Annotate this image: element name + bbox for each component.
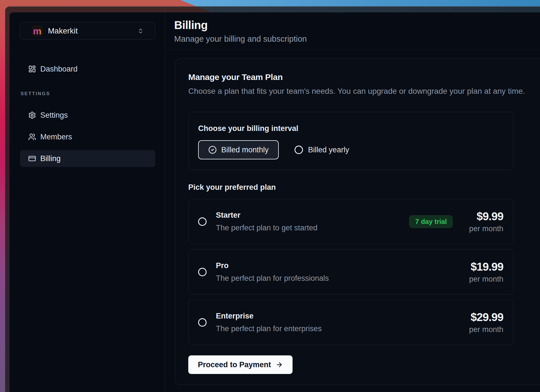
plan-description: The perfect plan for enterprises — [216, 324, 322, 333]
plan-description: The perfect plan to get started — [216, 223, 317, 232]
trial-badge: 7 day trial — [409, 215, 453, 228]
page-content: Manage your Team Plan Choose a plan that… — [165, 50, 540, 385]
plan-price: $9.99 — [477, 210, 503, 222]
plan-description: The perfect plan for professionals — [216, 274, 329, 283]
plan-name: Enterprise — [216, 311, 322, 320]
plan-price: $29.99 — [471, 311, 503, 323]
sidebar-item-members[interactable]: Members — [20, 128, 155, 145]
card-title: Manage your Team Plan — [188, 73, 540, 82]
check-circle-icon — [208, 146, 217, 154]
sidebar-item-billing[interactable]: Billing — [20, 150, 155, 167]
price-block: $9.99 per month — [469, 210, 503, 233]
sidebar-item-label: Dashboard — [40, 65, 78, 74]
proceed-to-payment-label: Proceed to Payment — [198, 360, 271, 369]
plan-price: $19.99 — [471, 260, 503, 273]
plan-row-pro[interactable]: Pro The perfect plan for professionals $… — [188, 249, 514, 295]
makerkit-logo: m — [32, 25, 43, 37]
plan-radio[interactable] — [198, 268, 207, 276]
team-plan-card: Manage your Team Plan Choose a plan that… — [175, 58, 540, 385]
credit-card-icon — [28, 155, 36, 162]
billing-interval-label: Choose your billing interval — [198, 124, 504, 133]
plan-period: per month — [469, 224, 503, 233]
sidebar-item-settings[interactable]: Settings — [20, 107, 155, 124]
main-area: Billing Manage your billing and subscrip… — [165, 12, 540, 392]
page-subtitle: Manage your billing and subscription — [174, 34, 540, 43]
sidebar-item-label: Members — [40, 133, 72, 141]
sidebar-item-label: Settings — [40, 111, 68, 120]
settings-nav: Settings Members Billing — [20, 107, 155, 167]
billing-interval-box: Choose your billing interval Billed mont… — [188, 112, 514, 170]
sidebar-item-label: Billing — [40, 154, 61, 163]
plan-period: per month — [469, 275, 503, 284]
plan-info: Starter The perfect plan to get started — [216, 211, 317, 232]
plan-row-enterprise[interactable]: Enterprise The perfect plan for enterpri… — [188, 300, 514, 345]
plan-list: Starter The perfect plan to get started … — [188, 199, 540, 345]
app-content: m Makerkit Dashboard SETTINGS — [10, 12, 540, 392]
desktop-wallpaper: m Makerkit Dashboard SETTINGS — [0, 0, 540, 392]
plan-pricing: $29.99 per month — [469, 311, 503, 334]
layout-dashboard-icon — [28, 65, 36, 73]
users-icon — [28, 133, 36, 141]
app-window: m Makerkit Dashboard SETTINGS — [5, 6, 540, 392]
page-header: Billing Manage your billing and subscrip… — [165, 12, 540, 50]
card-description: Choose a plan that fits your team's need… — [188, 87, 540, 96]
radio-circle-icon — [295, 146, 303, 154]
billed-monthly-option[interactable]: Billed monthly — [198, 140, 279, 159]
sidebar: m Makerkit Dashboard SETTINGS — [10, 12, 165, 392]
plan-info: Enterprise The perfect plan for enterpri… — [216, 311, 322, 333]
plan-info: Pro The perfect plan for professionals — [216, 261, 329, 283]
billed-yearly-option[interactable]: Billed yearly — [295, 146, 349, 154]
workspace-selector[interactable]: m Makerkit — [20, 22, 155, 40]
billed-monthly-label: Billed monthly — [221, 146, 269, 154]
plan-pricing: 7 day trial $9.99 per month — [409, 210, 503, 233]
arrow-right-icon — [276, 361, 283, 368]
sidebar-item-dashboard[interactable]: Dashboard — [20, 61, 155, 77]
billing-interval-options: Billed monthly Billed yearly — [198, 140, 504, 159]
pick-plan-label: Pick your preferred plan — [188, 183, 540, 192]
makerkit-logo-letter: m — [33, 25, 41, 37]
plan-period: per month — [469, 325, 503, 334]
plan-name: Starter — [216, 211, 317, 220]
gear-icon — [28, 111, 36, 119]
page-title: Billing — [174, 18, 540, 32]
billed-yearly-label: Billed yearly — [308, 146, 349, 154]
proceed-to-payment-button[interactable]: Proceed to Payment — [188, 355, 293, 374]
sidebar-section-settings: SETTINGS — [20, 91, 155, 97]
plan-radio[interactable] — [198, 217, 207, 226]
price-block: $29.99 per month — [469, 311, 503, 334]
plan-radio[interactable] — [198, 318, 207, 327]
plan-row-starter[interactable]: Starter The perfect plan to get started … — [188, 199, 514, 244]
workspace-name: Makerkit — [48, 26, 78, 35]
chevrons-up-down-icon — [138, 28, 144, 34]
plan-name: Pro — [216, 261, 329, 270]
price-block: $19.99 per month — [469, 260, 503, 284]
plan-pricing: $19.99 per month — [469, 260, 503, 284]
primary-nav: Dashboard — [20, 61, 155, 77]
